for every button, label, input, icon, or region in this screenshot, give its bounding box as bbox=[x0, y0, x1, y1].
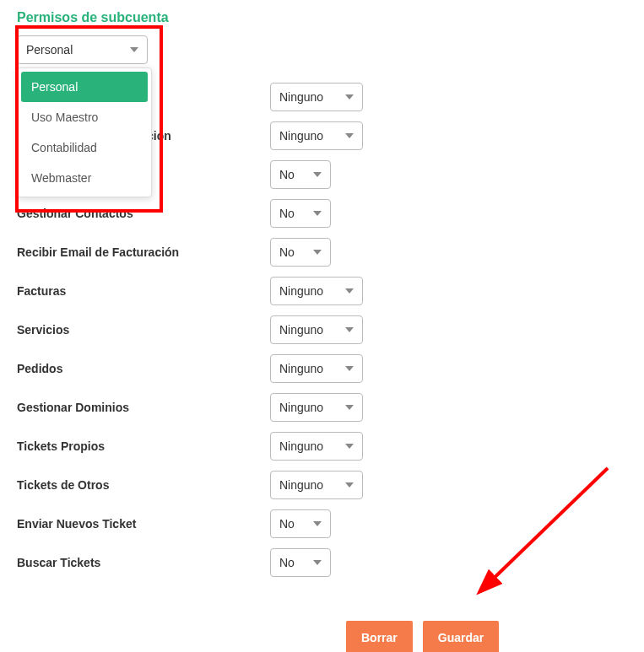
preset-dropdown: PersonalUso MaestroContabilidadWebmaster bbox=[17, 67, 152, 197]
permission-label: Gestionar Contactos bbox=[17, 207, 270, 220]
chevron-down-icon bbox=[345, 94, 354, 100]
permission-select[interactable]: Ninguno bbox=[270, 354, 363, 383]
permission-select-value: Ninguno bbox=[279, 284, 323, 298]
permission-label: Facturas bbox=[17, 284, 270, 298]
permission-select[interactable]: Ninguno bbox=[270, 432, 363, 461]
permission-label: Tickets Propios bbox=[17, 439, 270, 453]
chevron-down-icon bbox=[130, 47, 138, 52]
chevron-down-icon bbox=[345, 327, 354, 332]
permission-select-value: Ninguno bbox=[279, 439, 323, 453]
clear-button[interactable]: Borrar bbox=[346, 621, 413, 652]
permission-select[interactable]: Ninguno bbox=[270, 121, 363, 150]
permission-label: Tickets de Otros bbox=[17, 478, 270, 492]
chevron-down-icon bbox=[313, 172, 322, 177]
permission-select[interactable]: No bbox=[270, 509, 331, 538]
permission-select-value: Ninguno bbox=[279, 323, 323, 337]
chevron-down-icon bbox=[345, 444, 354, 449]
preset-select[interactable]: Personal bbox=[17, 35, 148, 64]
section-title: Permisos de subcuenta bbox=[17, 10, 627, 25]
permission-row: Gestionar ContactosNo bbox=[17, 197, 627, 229]
permission-select-value: Ninguno bbox=[279, 129, 323, 143]
chevron-down-icon bbox=[345, 133, 354, 138]
permission-select-value: Ninguno bbox=[279, 478, 323, 492]
chevron-down-icon bbox=[345, 366, 354, 371]
preset-option[interactable]: Personal bbox=[21, 72, 148, 102]
permission-row: Recibir Email de FacturaciónNo bbox=[17, 236, 627, 268]
chevron-down-icon bbox=[313, 560, 322, 565]
permission-select-value: No bbox=[279, 207, 295, 220]
permission-label: Pedidos bbox=[17, 362, 270, 375]
permission-row: Enviar Nuevos TicketNo bbox=[17, 508, 627, 540]
permission-label: Gestionar Dominios bbox=[17, 401, 270, 414]
permission-select-value: Ninguno bbox=[279, 90, 323, 104]
permission-select[interactable]: Ninguno bbox=[270, 315, 363, 344]
permission-row: Buscar TicketsNo bbox=[17, 547, 627, 579]
preset-option[interactable]: Webmaster bbox=[21, 163, 148, 193]
permission-select[interactable]: Ninguno bbox=[270, 393, 363, 422]
chevron-down-icon bbox=[313, 521, 322, 526]
permission-select[interactable]: No bbox=[270, 548, 331, 577]
save-button[interactable]: Guardar bbox=[423, 621, 499, 652]
chevron-down-icon bbox=[313, 250, 322, 255]
preset-option[interactable]: Contabilidad bbox=[21, 132, 148, 163]
chevron-down-icon bbox=[313, 211, 322, 216]
permission-row: Tickets de OtrosNinguno bbox=[17, 469, 627, 501]
permission-select[interactable]: No bbox=[270, 199, 331, 228]
permission-row: Gestionar DominiosNinguno bbox=[17, 391, 627, 423]
permission-select-value: No bbox=[279, 517, 295, 531]
permission-select[interactable]: Ninguno bbox=[270, 471, 363, 499]
permission-label: Enviar Nuevos Ticket bbox=[17, 517, 270, 531]
permission-select[interactable]: Ninguno bbox=[270, 83, 363, 111]
chevron-down-icon bbox=[345, 482, 354, 488]
chevron-down-icon bbox=[345, 288, 354, 294]
permission-label: Servicios bbox=[17, 323, 270, 337]
permission-select[interactable]: No bbox=[270, 238, 331, 267]
permission-label: Recibir Email de Facturación bbox=[17, 245, 270, 259]
preset-option[interactable]: Uso Maestro bbox=[21, 102, 148, 132]
permission-label: Buscar Tickets bbox=[17, 556, 270, 569]
permission-row: Tickets PropiosNinguno bbox=[17, 430, 627, 462]
permission-select[interactable]: Ninguno bbox=[270, 277, 363, 305]
permission-select-value: No bbox=[279, 168, 295, 181]
chevron-down-icon bbox=[345, 405, 354, 410]
permission-select-value: No bbox=[279, 245, 295, 259]
permission-select[interactable]: No bbox=[270, 160, 331, 189]
permission-select-value: No bbox=[279, 556, 295, 569]
permission-select-value: Ninguno bbox=[279, 362, 323, 375]
permission-select-value: Ninguno bbox=[279, 401, 323, 414]
permission-row: FacturasNinguno bbox=[17, 275, 627, 307]
permission-row: PedidosNinguno bbox=[17, 353, 627, 385]
permission-row: ServiciosNinguno bbox=[17, 314, 627, 346]
preset-select-value: Personal bbox=[26, 43, 73, 57]
